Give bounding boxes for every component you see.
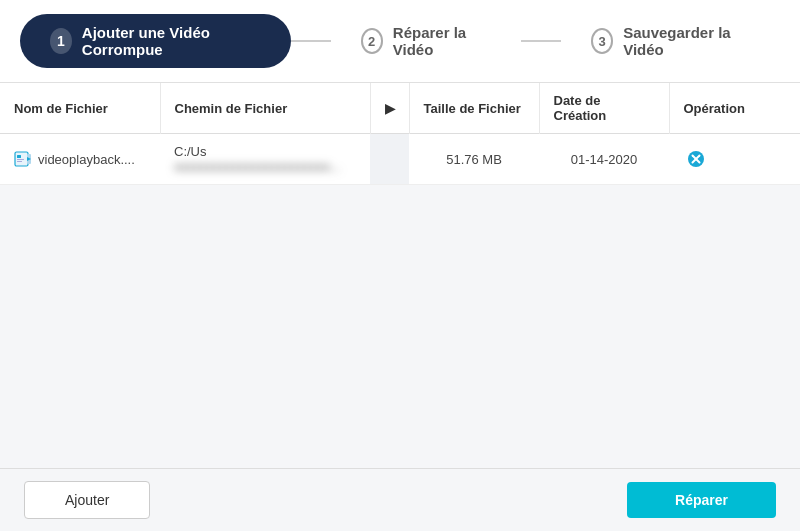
step-1[interactable]: 1 Ajouter une Vidéo Corrompue bbox=[20, 14, 291, 68]
file-table: Nom de Fichier Chemin de Fichier ▶ Taill… bbox=[0, 83, 800, 185]
file-name: videoplayback.... bbox=[38, 152, 135, 167]
table-row: videoplayback.... C:/Us xxxxxxxxxxxxxxxx… bbox=[0, 134, 800, 185]
step-2-label: Réparer la Vidéo bbox=[393, 24, 491, 58]
file-operation-cell bbox=[669, 134, 800, 185]
col-divider-cell bbox=[370, 134, 409, 185]
file-name-cell: videoplayback.... bbox=[0, 134, 160, 185]
file-path-cell: C:/Us xxxxxxxxxxxxxxxxxxxxxxxx... bbox=[160, 134, 370, 185]
svg-rect-2 bbox=[17, 159, 24, 160]
step-2[interactable]: 2 Réparer la Vidéo bbox=[331, 14, 521, 68]
file-size-cell: 51.76 MB bbox=[409, 134, 539, 185]
col-header-date: Date de Création bbox=[539, 83, 669, 134]
col-header-size: Taille de Fichier bbox=[409, 83, 539, 134]
file-date-cell: 01-14-2020 bbox=[539, 134, 669, 185]
svg-rect-1 bbox=[17, 155, 21, 158]
step-connector-1 bbox=[291, 40, 331, 42]
svg-rect-3 bbox=[17, 161, 22, 162]
step-3-label: Sauvegarder la Vidéo bbox=[623, 24, 750, 58]
empty-area bbox=[0, 185, 800, 468]
step-2-number: 2 bbox=[361, 28, 383, 54]
file-path-visible: C:/Us bbox=[174, 144, 207, 159]
file-video-icon bbox=[14, 150, 32, 168]
file-path-blurred: xxxxxxxxxxxxxxxxxxxxxxxx... bbox=[174, 159, 341, 174]
add-button[interactable]: Ajouter bbox=[24, 481, 150, 519]
stepper: 1 Ajouter une Vidéo Corrompue 2 Réparer … bbox=[0, 0, 800, 83]
step-3[interactable]: 3 Sauvegarder la Vidéo bbox=[561, 14, 780, 68]
step-3-number: 3 bbox=[591, 28, 613, 54]
table-wrapper: Nom de Fichier Chemin de Fichier ▶ Taill… bbox=[0, 83, 800, 185]
step-1-number: 1 bbox=[50, 28, 72, 54]
main-content: Nom de Fichier Chemin de Fichier ▶ Taill… bbox=[0, 83, 800, 468]
col-header-operation: Opération bbox=[669, 83, 800, 134]
col-header-path: Chemin de Fichier bbox=[160, 83, 370, 134]
step-1-label: Ajouter une Vidéo Corrompue bbox=[82, 24, 261, 58]
col-header-name: Nom de Fichier bbox=[0, 83, 160, 134]
step-connector-2 bbox=[521, 40, 561, 42]
repair-button[interactable]: Réparer bbox=[627, 482, 776, 518]
col-divider: ▶ bbox=[370, 83, 409, 134]
footer: Ajouter Réparer bbox=[0, 468, 800, 531]
delete-file-button[interactable] bbox=[683, 150, 709, 168]
